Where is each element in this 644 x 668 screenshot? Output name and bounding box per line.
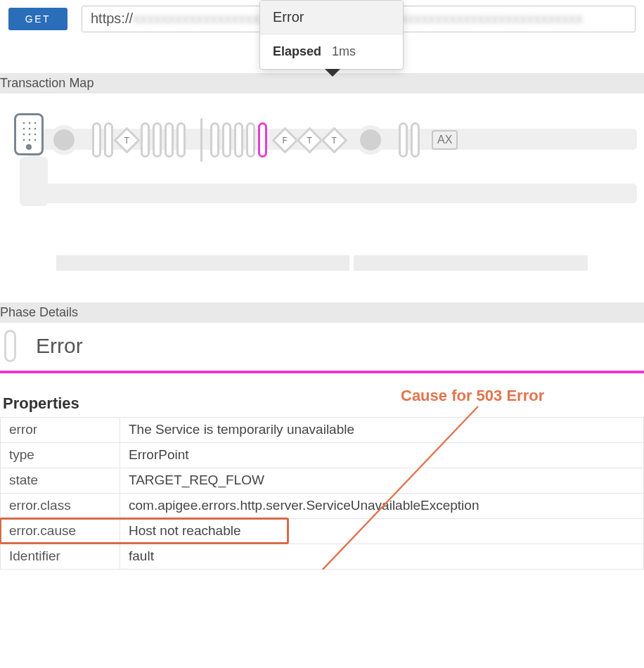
- tooltip-title: Error: [260, 1, 403, 34]
- property-row: errorThe Service is temporarily unavaila…: [1, 418, 644, 443]
- policy-step[interactable]: [176, 122, 186, 158]
- analytics-box[interactable]: AX: [432, 130, 458, 150]
- policy-step[interactable]: [222, 122, 231, 158]
- client-device-icon: [14, 113, 44, 155]
- policy-step[interactable]: [411, 122, 420, 158]
- policy-step[interactable]: [234, 122, 243, 158]
- phase-title: Error: [36, 334, 83, 358]
- policy-step[interactable]: [153, 122, 162, 158]
- tooltip-arrow-icon: [325, 69, 340, 77]
- policy-step[interactable]: [210, 122, 219, 158]
- property-key: type: [1, 443, 120, 468]
- property-row: error.classcom.apigee.errors.http.server…: [1, 494, 644, 519]
- http-method-button[interactable]: GET: [8, 8, 67, 30]
- properties-heading: Properties: [0, 373, 644, 417]
- property-value: TARGET_REQ_FLOW: [120, 468, 644, 494]
- property-key: error: [1, 418, 120, 443]
- pipeline: T F T T AX: [49, 116, 630, 164]
- condition-diamond[interactable]: T: [321, 127, 347, 153]
- timeline-bar: [354, 255, 588, 271]
- property-key: Identifier: [1, 544, 120, 570]
- policy-step[interactable]: [104, 122, 113, 158]
- property-key: error.class: [1, 494, 120, 519]
- property-key: error.cause: [1, 519, 120, 544]
- policy-step[interactable]: [165, 122, 174, 158]
- policy-step[interactable]: [246, 122, 255, 158]
- condition-diamond[interactable]: T: [296, 127, 323, 153]
- policy-step[interactable]: [399, 122, 408, 158]
- property-row: stateTARGET_REQ_FLOW: [1, 468, 644, 494]
- policy-step[interactable]: [92, 122, 101, 158]
- phase-pill-icon: [4, 330, 16, 362]
- timeline-bars: [56, 255, 588, 271]
- property-key: state: [1, 468, 120, 494]
- property-value: fault: [120, 544, 644, 570]
- property-row: typeErrorPoint: [1, 443, 644, 468]
- property-row: Identifierfault: [1, 544, 644, 570]
- section-transaction-map: Transaction Map: [0, 73, 644, 94]
- flow-divider: [200, 118, 202, 162]
- annotation-label: Cause for 503 Error: [401, 387, 544, 405]
- tooltip-body: Elapsed 1ms: [260, 34, 403, 69]
- section-phase-details: Phase Details: [0, 302, 644, 323]
- condition-diamond[interactable]: F: [271, 127, 298, 153]
- properties-table: errorThe Service is temporarily unavaila…: [0, 417, 644, 570]
- node-tooltip: Error Elapsed 1ms: [259, 0, 404, 70]
- endpoint-dot[interactable]: [53, 129, 75, 150]
- property-value: The Service is temporarily unavailable: [120, 418, 644, 443]
- timeline-bar: [56, 255, 349, 271]
- endpoint-dot[interactable]: [360, 129, 381, 150]
- property-row: error.causeHost not reachable: [1, 519, 644, 544]
- condition-diamond[interactable]: T: [113, 127, 140, 153]
- property-value: com.apigee.errors.http.server.ServiceUna…: [120, 494, 644, 519]
- property-value: ErrorPoint: [120, 443, 644, 468]
- flow-return-rail: [21, 184, 637, 203]
- policy-step-error[interactable]: [258, 122, 267, 158]
- tooltip-elapsed-label: Elapsed: [273, 44, 321, 58]
- url-text: https://: [91, 11, 133, 26]
- policy-step[interactable]: [141, 122, 150, 158]
- transaction-map-canvas: T F T T AX: [0, 94, 644, 206]
- phase-details-row: Error: [0, 323, 644, 373]
- property-value: Host not reachable: [120, 519, 644, 544]
- tooltip-elapsed-value: 1ms: [332, 44, 356, 58]
